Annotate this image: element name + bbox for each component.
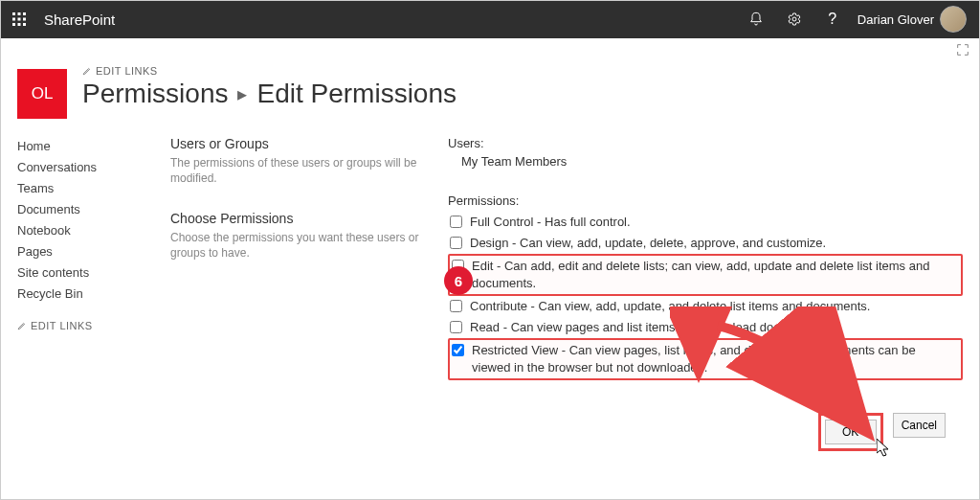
waffle-icon [11,11,27,27]
nav-notebook[interactable]: Notebook [17,220,170,241]
question-icon: ? [828,11,836,28]
form-column: Users: My Team Members Permissions: Full… [448,136,963,451]
perm-row-design: Design - Can view, add, update, delete, … [448,233,963,254]
notifications-button[interactable] [737,0,775,38]
ok-button[interactable]: OK [825,420,877,444]
nav-home[interactable]: Home [17,136,170,157]
cancel-button[interactable]: Cancel [893,413,946,438]
perm-label: Contribute - Can view, add, update, and … [470,298,870,315]
perm-checkbox-contribute[interactable] [450,300,462,312]
suite-bar: SharePoint ? Darian Glover [0,0,980,38]
perm-checkbox-full-control[interactable] [450,216,462,228]
svg-rect-5 [23,18,26,21]
edit-links-label: EDIT LINKS [96,65,158,77]
ok-highlight-box: OK [818,413,883,451]
perm-label: Edit - Can add, edit and delete lists; c… [472,258,957,292]
app-launcher-button[interactable] [0,0,38,38]
sections-column: Users or Groups The permissions of these… [170,136,448,451]
perm-checkbox-restricted-view[interactable] [452,344,464,356]
svg-rect-2 [23,12,26,15]
perm-row-restricted-view: Restricted View - Can view pages, list i… [448,338,963,380]
perm-checkbox-design[interactable] [450,237,462,249]
users-section-desc: The permissions of these users or groups… [170,155,429,186]
nav-teams[interactable]: Teams [17,178,170,199]
brand-title: SharePoint [44,11,115,28]
svg-rect-8 [23,23,26,26]
perm-row-read: Read - Can view pages and list items and… [448,317,963,338]
edit-links-side[interactable]: EDIT LINKS [17,320,93,331]
focus-mode-button[interactable] [955,42,970,60]
help-button[interactable]: ? [813,0,852,38]
avatar[interactable] [940,6,967,33]
focus-bar [0,38,980,63]
focus-icon [955,42,970,57]
nav-site-contents[interactable]: Site contents [17,262,170,284]
button-row: OK Cancel [448,413,963,451]
svg-rect-0 [12,12,15,15]
perms-section-title: Choose Permissions [170,211,429,226]
svg-point-9 [792,17,796,21]
edit-links-top[interactable]: EDIT LINKS [82,65,158,77]
perm-label: Restricted View - Can view pages, list i… [472,342,957,376]
users-section-title: Users or Groups [170,136,429,151]
perm-row-edit: Edit - Can add, edit and delete lists; c… [448,254,963,296]
edit-links-side-label: EDIT LINKS [31,320,93,331]
svg-rect-1 [18,12,21,15]
breadcrumb-root[interactable]: Permissions [82,79,228,109]
perm-label: Read - Can view pages and list items and… [470,319,824,336]
nav-recycle-bin[interactable]: Recycle Bin [17,284,170,305]
page-header: OL EDIT LINKS Permissions ▸ Edit Permiss… [0,63,980,119]
svg-rect-4 [18,18,21,21]
nav-conversations[interactable]: Conversations [17,157,170,178]
svg-rect-3 [12,18,15,21]
perm-row-full-control: Full Control - Has full control. [448,212,963,233]
users-field-value: My Team Members [461,154,963,169]
page-title: Edit Permissions [256,79,457,109]
perm-label: Full Control - Has full control. [470,214,631,231]
permissions-field-label: Permissions: [448,193,963,208]
perm-label: Design - Can view, add, update, delete, … [470,235,826,252]
perms-section-desc: Choose the permissions you want these us… [170,230,429,261]
svg-rect-6 [12,23,15,26]
nav-pages[interactable]: Pages [17,241,170,262]
users-field-label: Users: [448,136,963,150]
annotation-step-badge: 6 [444,266,473,295]
nav-documents[interactable]: Documents [17,199,170,220]
user-name[interactable]: Darian Glover [858,12,934,27]
pencil-icon [82,66,92,76]
perm-row-contribute: Contribute - Can view, add, update, and … [448,296,963,317]
perm-checkbox-read[interactable] [450,321,462,333]
site-logo[interactable]: OL [17,69,67,119]
breadcrumb-separator: ▸ [237,82,247,105]
gear-icon [787,11,802,27]
pencil-icon [17,321,27,330]
bell-icon [748,11,764,27]
settings-button[interactable] [775,0,813,38]
left-nav: Home Conversations Teams Documents Noteb… [17,136,170,451]
svg-rect-7 [18,23,21,26]
